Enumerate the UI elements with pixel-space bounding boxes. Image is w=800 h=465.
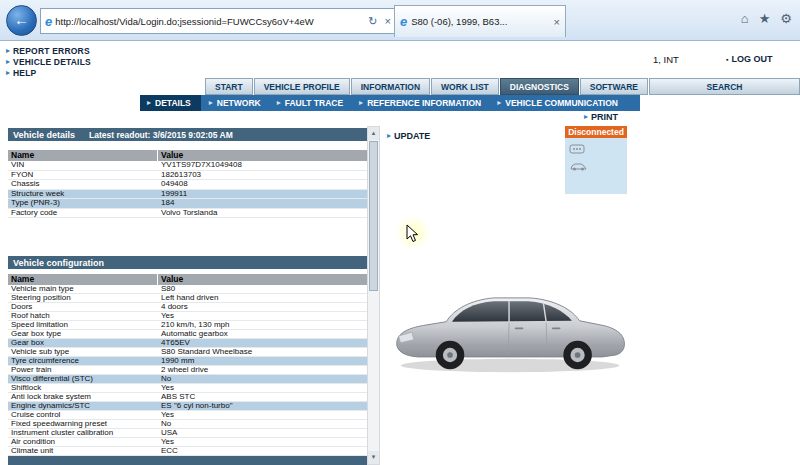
table-row[interactable]: ShiftlockYes xyxy=(8,384,368,393)
help-link[interactable]: ▸ HELP xyxy=(6,68,91,78)
scroll-down-icon[interactable]: ▼ xyxy=(368,451,379,464)
table-row[interactable]: Climate unitECC xyxy=(8,447,368,456)
table-row[interactable]: Instrument cluster calibrationUSA xyxy=(8,429,368,438)
session-info: 1, INT xyxy=(653,54,679,65)
print-label: PRINT xyxy=(591,112,618,122)
row-name: Doors xyxy=(8,303,158,311)
table-row[interactable]: Doors4 doors xyxy=(8,303,368,312)
table-row[interactable]: Fixed speedwarning presetNo xyxy=(8,420,368,429)
table-row[interactable]: Visco differential (STC)No xyxy=(8,375,368,384)
row-value: 199911 xyxy=(158,190,368,199)
table-row[interactable]: Gear box4T65EV xyxy=(8,339,368,348)
scrollbar-thumb[interactable] xyxy=(369,141,378,291)
table-row[interactable]: Steering positionLeft hand driven xyxy=(8,294,368,303)
row-name: Visco differential (STC) xyxy=(8,375,158,383)
tab-information[interactable]: INFORMATION xyxy=(351,78,430,95)
row-value: No xyxy=(158,420,368,428)
arrow-icon: ▸ xyxy=(6,69,10,77)
arrow-icon: ▸ xyxy=(497,99,501,107)
tab-start[interactable]: START xyxy=(205,78,253,95)
home-icon[interactable]: ⌂ xyxy=(741,11,749,26)
table-row[interactable]: Factory codeVolvo Torslanda xyxy=(8,209,368,219)
table-row[interactable]: Vehicle main typeS80 xyxy=(8,285,368,294)
update-label: UPDATE xyxy=(394,131,430,141)
tab-diagnostics[interactable]: DIAGNOSTICS xyxy=(500,78,579,95)
row-value: S80 xyxy=(158,285,368,293)
row-value: Volvo Torslanda xyxy=(158,209,368,218)
section-title: Vehicle configuration xyxy=(13,258,104,268)
tab-vehicle-profile[interactable]: VEHICLE PROFILE xyxy=(254,78,350,95)
latest-readout: Latest readout: 3/6/2015 9:02:05 AM xyxy=(89,130,233,140)
row-name: Structure week xyxy=(8,190,158,199)
ie-tab-icon: e xyxy=(400,15,407,28)
row-name: Vehicle sub type xyxy=(8,348,158,356)
subnav-item-vehicle-communication[interactable]: ▸ VEHICLE COMMUNICATION xyxy=(489,98,626,108)
stop-icon[interactable]: × xyxy=(383,15,393,27)
vehicle-details-label: VEHICLE DETAILS xyxy=(13,57,91,67)
report-errors-label: REPORT ERRORS xyxy=(13,46,90,56)
address-bar[interactable]: e http://localhost/Vida/Login.do;jsessio… xyxy=(40,8,398,34)
subnav-item-network[interactable]: ▸ NETWORK xyxy=(201,98,269,108)
favorites-icon[interactable]: ★ xyxy=(759,11,771,26)
table-row[interactable]: Air conditionYes xyxy=(8,438,368,447)
arrow-icon: ▸ xyxy=(6,58,10,66)
subnav-item-details[interactable]: ▸ DETAILS xyxy=(140,95,201,111)
tab-search[interactable]: SEARCH xyxy=(649,78,800,95)
tab-close-icon[interactable]: × xyxy=(554,16,560,28)
vehicle-image xyxy=(391,273,629,382)
vehicle-configuration-header: Vehicle configuration xyxy=(8,256,368,269)
vehicle-details-link[interactable]: ▸ VEHICLE DETAILS xyxy=(6,57,91,67)
table-row[interactable]: Chassis049408 xyxy=(8,180,368,190)
table-row[interactable]: Tyre circumference1990 mm xyxy=(8,357,368,366)
communication-icons xyxy=(565,138,627,176)
refresh-icon[interactable]: ↻ xyxy=(366,15,379,28)
table-row[interactable]: Speed limitation210 km/h, 130 mph xyxy=(8,321,368,330)
row-name: Chassis xyxy=(8,180,158,189)
table-row[interactable]: Structure week199911 xyxy=(8,190,368,200)
table-row[interactable]: FYON182613703 xyxy=(8,171,368,181)
panel-scrollbar[interactable]: ▲ ▼ xyxy=(367,126,380,465)
table-row[interactable]: Engine dynamics/STCES "6 cyl non-turbo" xyxy=(8,402,368,411)
row-value: 4T65EV xyxy=(158,339,368,347)
row-name: Engine dynamics/STC xyxy=(8,402,158,410)
table-row[interactable]: Power train2 wheel drive xyxy=(8,366,368,375)
row-name: Shiftlock xyxy=(8,384,158,392)
row-name: Climate unit xyxy=(8,447,158,455)
table-row[interactable]: Type (PNR-3)184 xyxy=(8,199,368,209)
table-row[interactable]: Gear box typeAutomatic gearbox xyxy=(8,330,368,339)
row-name: Cruise control xyxy=(8,411,158,419)
row-name: VIN xyxy=(8,161,158,170)
mouse-cursor xyxy=(406,224,419,247)
row-value: 210 km/h, 130 mph xyxy=(158,321,368,329)
table-row[interactable]: Vehicle sub typeS80 Standard Wheelbase xyxy=(8,348,368,357)
tab-software[interactable]: SOFTWARE xyxy=(580,78,648,95)
browser-tab[interactable]: e S80 (-06), 1999, B63... × xyxy=(394,5,566,37)
subnav-details-label: DETAILS xyxy=(155,98,191,108)
print-link[interactable]: ▸ PRINT xyxy=(584,112,618,122)
report-errors-link[interactable]: ▸ REPORT ERRORS xyxy=(6,46,91,56)
row-value: S80 Standard Wheelbase xyxy=(158,348,368,356)
scroll-up-icon[interactable]: ▲ xyxy=(368,127,379,140)
arrow-icon: ▸ xyxy=(359,99,363,107)
subnav-item-reference-information[interactable]: ▸ REFERENCE INFORMATION xyxy=(351,98,489,108)
table-row[interactable]: Roof hatchYes xyxy=(8,312,368,321)
tab-work-list[interactable]: WORK LIST xyxy=(431,78,499,95)
row-name: Roof hatch xyxy=(8,312,158,320)
subnav-item-fault-trace[interactable]: ▸ FAULT TRACE xyxy=(269,98,351,108)
row-name: Fixed speedwarning preset xyxy=(8,420,158,428)
table-row[interactable]: VINYV1TS97D7X1049408 xyxy=(8,161,368,171)
url-text[interactable]: http://localhost/Vida/Login.do;jsessioni… xyxy=(55,16,363,27)
update-link[interactable]: ▸ UPDATE xyxy=(387,131,430,141)
table-row[interactable]: Anti lock brake systemABS STC xyxy=(8,393,368,402)
browser-back-button[interactable]: ← xyxy=(6,5,37,36)
row-name: Gear box xyxy=(8,339,158,347)
table-header-row: Name Value xyxy=(8,274,368,285)
row-value: 2 wheel drive xyxy=(158,366,368,374)
row-name: Air condition xyxy=(8,438,158,446)
table-row[interactable]: Cruise controlYes xyxy=(8,411,368,420)
row-value: Yes xyxy=(158,438,368,446)
tools-icon[interactable]: ⚙ xyxy=(780,11,792,26)
arrow-icon: ▸ xyxy=(147,99,151,107)
row-name: Gear box type xyxy=(8,330,158,338)
logout-link[interactable]: ▪ LOG OUT xyxy=(726,54,772,64)
